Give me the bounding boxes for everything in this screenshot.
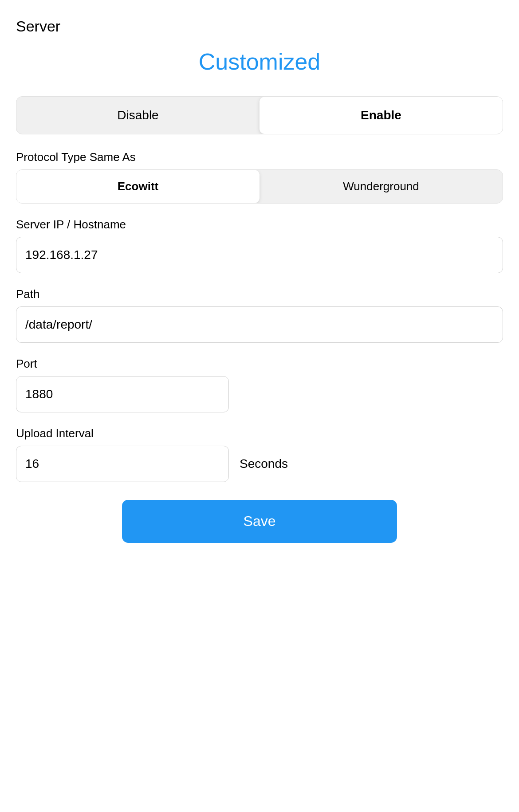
server-ip-label: Server IP / Hostname	[16, 218, 503, 231]
disable-button[interactable]: Disable	[16, 97, 260, 134]
path-input[interactable]	[16, 306, 503, 343]
server-ip-group: Server IP / Hostname	[16, 218, 503, 273]
port-group: Port	[16, 357, 503, 412]
upload-interval-input[interactable]	[16, 446, 229, 482]
path-group: Path	[16, 287, 503, 343]
section-heading: Customized	[16, 48, 503, 75]
protocol-type-group: Protocol Type Same As Ecowitt Wundergrou…	[16, 150, 503, 204]
page-title: Server	[16, 18, 503, 35]
enable-button[interactable]: Enable	[260, 97, 503, 134]
seconds-label: Seconds	[240, 457, 288, 471]
wunderground-button[interactable]: Wunderground	[260, 170, 503, 203]
enable-disable-toggle: Disable Enable	[16, 96, 503, 134]
server-ip-input[interactable]	[16, 237, 503, 273]
save-button[interactable]: Save	[122, 500, 397, 543]
upload-interval-label: Upload Interval	[16, 427, 503, 440]
protocol-label: Protocol Type Same As	[16, 150, 503, 164]
path-label: Path	[16, 287, 503, 301]
upload-interval-group: Upload Interval Seconds	[16, 427, 503, 482]
interval-row: Seconds	[16, 446, 503, 482]
port-label: Port	[16, 357, 503, 371]
port-input[interactable]	[16, 376, 229, 412]
ecowitt-button[interactable]: Ecowitt	[16, 170, 260, 203]
protocol-toggle: Ecowitt Wunderground	[16, 169, 503, 204]
